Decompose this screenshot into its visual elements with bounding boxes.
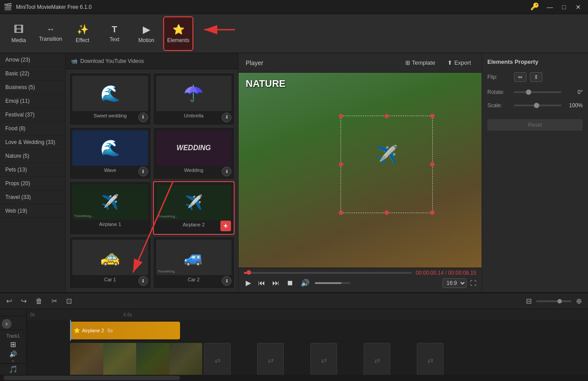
sidebar-item-love-wedding[interactable]: Love & Wedding (33)	[0, 136, 65, 149]
element-track-row: ⭐ Airplane 2 5s	[27, 320, 588, 341]
help-icon[interactable]: 🔑	[528, 2, 542, 12]
effect-label: Effect	[76, 37, 89, 43]
element-card-wave[interactable]: 🌊 Wave ⬇	[69, 127, 151, 180]
element-track-duration: 5s	[108, 328, 113, 333]
transition-slot-2[interactable]: ⇄	[257, 343, 284, 375]
download-btn-wave[interactable]: ⬇	[138, 167, 148, 176]
sel-dot-br	[430, 210, 435, 215]
sidebar-item-pets[interactable]: Pets (13)	[0, 163, 65, 177]
download-btn-car1[interactable]: ⬇	[138, 276, 148, 286]
transition-slot-1[interactable]: ⇄	[204, 343, 231, 375]
add-btn-airplane2[interactable]: +	[220, 221, 231, 231]
transition-slot-4[interactable]: ⇄	[364, 343, 390, 375]
progress-thumb	[247, 270, 251, 275]
app-icon: 🎬	[4, 3, 12, 11]
element-card-airplane2[interactable]: ✈️ TravelKing... Airplane 2 +	[153, 181, 235, 235]
element-card-car2[interactable]: 🚙 TravelKing... Car 2 ⬇	[153, 237, 235, 289]
scale-row: Scale: 100%	[487, 102, 583, 109]
template-button[interactable]: ⊞ Template	[402, 58, 439, 68]
thumb-piece-2	[103, 343, 137, 375]
window-controls: 🔑 — □ ✕	[528, 2, 584, 12]
sidebar-item-arrow[interactable]: Arrow (23)	[0, 53, 65, 67]
app-title: MiniTool MovieMaker Free 6.1.0	[16, 4, 92, 10]
add-element-track-button[interactable]: +	[2, 319, 12, 329]
transition-button[interactable]: ↔ Transition	[35, 16, 66, 51]
sidebar-item-festival[interactable]: Festival (37)	[0, 108, 65, 122]
undo-button[interactable]: ↩	[4, 296, 15, 306]
aspect-ratio-select[interactable]: 16:9 1:1 9:16	[443, 278, 466, 288]
download-btn-sweet-wedding[interactable]: ⬇	[138, 113, 148, 122]
element-card-airplane1[interactable]: ✈️ TravelKing... Airplane 1	[69, 181, 151, 235]
youtube-download-bar[interactable]: 📹 Download YouTube Videos	[66, 53, 238, 69]
rotate-slider[interactable]	[514, 91, 561, 93]
element-card-wedding[interactable]: WEDDING Wedding ⬇	[153, 127, 235, 180]
timecode-bar: 0s 6.6s	[27, 309, 588, 320]
volume-slider[interactable]	[315, 282, 350, 284]
close-button[interactable]: ✕	[572, 2, 584, 12]
element-label-wedding: Wedding	[184, 167, 203, 173]
current-time: 00:00:00.14	[416, 270, 443, 276]
transition-slot-5[interactable]: ⇄	[417, 343, 443, 375]
yt-label: Download YouTube Videos	[80, 58, 144, 64]
sidebar-item-business[interactable]: Business (5)	[0, 81, 65, 94]
prev-frame-button[interactable]: ⏮	[256, 278, 267, 288]
timeline-scrollbar[interactable]	[4, 376, 180, 380]
element-preview-wedding: WEDDING	[156, 130, 232, 166]
sidebar-item-web[interactable]: Web (19)	[0, 204, 65, 218]
scale-slider[interactable]	[514, 105, 561, 106]
download-btn-umbrella[interactable]: ⬇	[222, 113, 231, 122]
time-display: 00:00:00.14 / 00:00:06.15	[416, 270, 476, 276]
sidebar-item-basic[interactable]: Basic (22)	[0, 67, 65, 81]
sidebar-item-nature[interactable]: Nature (5)	[0, 149, 65, 163]
zoom-in-button[interactable]: ⊕	[573, 296, 584, 306]
export-button[interactable]: ⬆ Export	[444, 58, 474, 68]
video-preview: NATURE ✈️	[239, 73, 482, 268]
flip-horizontal-button[interactable]: ⇔	[514, 72, 526, 82]
effect-button[interactable]: ✨ Effect	[67, 16, 98, 51]
element-track-item[interactable]: ⭐ Airplane 2 5s	[70, 322, 180, 339]
sidebar: Arrow (23) Basic (22) Business (5) Emoji…	[0, 53, 66, 292]
element-track-label: Airplane 2	[82, 328, 104, 333]
element-label-airplane2: Airplane 2	[183, 222, 205, 227]
zoom-out-button[interactable]: ⊟	[523, 296, 534, 306]
motion-button[interactable]: ▶ Motion	[131, 16, 161, 51]
zoom-slider[interactable]	[536, 300, 572, 302]
reset-button[interactable]: Reset	[487, 119, 583, 131]
element-card-car1[interactable]: 🚕 Car 1 ⬇	[69, 237, 151, 289]
media-button[interactable]: 🎞 Media	[4, 16, 34, 51]
media-icon: 🎞	[14, 24, 24, 35]
element-card-umbrella[interactable]: ☂️ Umbrella ⬇	[153, 73, 235, 125]
next-frame-button[interactable]: ⏭	[270, 278, 281, 288]
maximize-button[interactable]: □	[558, 2, 570, 12]
stop-button[interactable]: ⏹	[285, 278, 295, 288]
progress-bar[interactable]	[244, 272, 412, 274]
element-preview-car2: 🚙 TravelKing...	[156, 240, 232, 275]
download-btn-car2[interactable]: ⬇	[222, 276, 231, 286]
element-label-umbrella: Umbrella	[184, 113, 204, 118]
video-thumb-strip[interactable]	[70, 343, 202, 375]
sidebar-item-props[interactable]: Props (20)	[0, 177, 65, 190]
rotate-value: 0°	[565, 89, 583, 95]
download-btn-wedding[interactable]: ⬇	[222, 167, 231, 176]
sel-dot-bl	[339, 210, 343, 215]
minimize-button[interactable]: —	[544, 2, 556, 12]
redo-button[interactable]: ↪	[18, 296, 29, 306]
sel-dot-tl	[339, 114, 343, 118]
play-button[interactable]: ▶	[244, 278, 253, 288]
volume-button[interactable]: 🔊	[299, 278, 311, 288]
text-label: Text	[110, 36, 119, 43]
element-card-sweet-wedding[interactable]: 🌊 Sweet wedding ⬇	[69, 73, 151, 125]
sidebar-item-travel[interactable]: Travel (33)	[0, 190, 65, 204]
cut-button[interactable]: ✂	[49, 296, 60, 306]
fullscreen-button[interactable]: ⛶	[470, 280, 476, 287]
crop-button[interactable]: ⊡	[63, 296, 74, 306]
video-track-icon: ⊞	[10, 340, 16, 349]
rotate-label: Rotate:	[487, 89, 510, 95]
text-button[interactable]: T Text	[99, 16, 129, 51]
elements-button[interactable]: ⭐ Elements	[163, 16, 193, 51]
sidebar-item-emoji[interactable]: Emoji (11)	[0, 94, 65, 108]
transition-slot-3[interactable]: ⇄	[310, 343, 337, 375]
sidebar-item-food[interactable]: Food (8)	[0, 122, 65, 136]
delete-button[interactable]: 🗑	[33, 296, 45, 306]
flip-vertical-button[interactable]: ⇕	[530, 72, 542, 82]
